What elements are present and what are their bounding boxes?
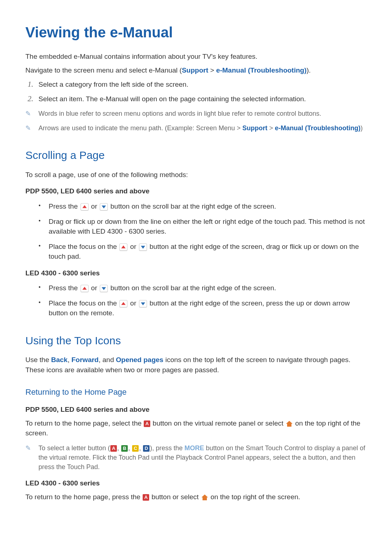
series-label-pdp5500: PDP 5500, LED 6400 series and above xyxy=(25,186,367,196)
up-arrow-icon[interactable] xyxy=(81,285,89,292)
text-fragment: or xyxy=(89,202,99,210)
link-support[interactable]: Support xyxy=(242,124,268,132)
series-label-pdp5500: PDP 5500, LED 6400 series and above xyxy=(25,405,367,415)
note-text: Words in blue refer to screen menu optio… xyxy=(38,110,321,117)
section-topicons-heading: Using the Top Icons xyxy=(25,333,367,349)
text-fragment: To return to the home page, select the xyxy=(25,419,143,427)
text-fragment: Press the xyxy=(49,284,80,292)
a-letter-button-icon[interactable]: A xyxy=(144,420,150,427)
text-fragment: button on the scroll bar at the right ed… xyxy=(109,284,276,292)
up-arrow-icon[interactable] xyxy=(119,243,127,251)
text-fragment: Place the focus on the xyxy=(49,243,119,250)
nav-sep: > xyxy=(268,124,275,132)
step-number: 1. xyxy=(28,79,33,90)
text-fragment: , and xyxy=(99,356,116,364)
down-arrow-icon[interactable] xyxy=(100,285,108,292)
nav-sep: > xyxy=(208,66,216,74)
b-letter-button-icon[interactable]: B xyxy=(121,445,128,452)
text-fragment: button or select xyxy=(150,493,200,501)
step-2: 2. Select an item. The e-Manual will ope… xyxy=(25,94,367,104)
home-instruction-1: To return to the home page, select the A… xyxy=(25,418,367,438)
note-item: ✎ Arrows are used to indicate the menu p… xyxy=(25,123,367,133)
intro-nav-prefix: Navigate to the screen menu and select e… xyxy=(25,66,182,74)
text-fragment: Press the xyxy=(49,202,80,210)
section-scrolling-heading: Scrolling a Page xyxy=(25,147,367,163)
list-item: Drag or flick up or down from the line o… xyxy=(36,217,367,237)
intro-text-1: The embedded e-Manual contains informati… xyxy=(25,52,367,62)
home-icon[interactable] xyxy=(201,495,208,500)
down-arrow-icon[interactable] xyxy=(100,203,108,210)
home-icon[interactable] xyxy=(286,421,293,427)
down-arrow-icon[interactable] xyxy=(139,300,147,307)
topicons-text: Use the Back, Forward, and Opened pages … xyxy=(25,355,367,375)
up-arrow-icon[interactable] xyxy=(81,203,89,210)
link-emanual-troubleshooting[interactable]: e-Manual (Troubleshooting) xyxy=(216,66,306,74)
text-fragment: To select a letter button ( xyxy=(38,444,110,452)
scrolling-intro: To scroll a page, use of one of the foll… xyxy=(25,170,367,180)
link-back[interactable]: Back xyxy=(51,356,68,364)
more-button-label: MORE xyxy=(184,444,204,452)
link-forward[interactable]: Forward xyxy=(72,356,99,364)
step-text: Select an item. The e-Manual will open o… xyxy=(38,95,306,103)
home-instruction-2: To return to the home page, press the A … xyxy=(25,492,367,502)
subsection-home-heading: Returning to the Home Page xyxy=(25,386,367,398)
link-opened-pages[interactable]: Opened pages xyxy=(116,356,163,364)
series-label-led4300: LED 4300 - 6300 series xyxy=(25,478,367,488)
text-fragment: Drag or flick up or down from the line o… xyxy=(49,218,365,235)
text-fragment: Use the xyxy=(25,356,51,364)
intro-nav-suffix: ). xyxy=(307,66,311,74)
up-arrow-icon[interactable] xyxy=(119,300,127,307)
text-fragment: , xyxy=(139,444,143,452)
list-item: Press the or button on the scroll bar at… xyxy=(36,283,367,293)
link-emanual-troubleshooting[interactable]: e-Manual (Troubleshooting) xyxy=(275,124,360,132)
pencil-icon: ✎ xyxy=(25,443,31,453)
text-fragment: , xyxy=(68,356,72,364)
intro-text-2: Navigate to the screen menu and select e… xyxy=(25,65,367,75)
note-text-prefix: Arrows are used to indicate the menu pat… xyxy=(38,124,242,132)
pencil-icon: ✎ xyxy=(25,109,31,118)
page-title: Viewing the e-Manual xyxy=(25,22,367,43)
text-fragment: Place the focus on the xyxy=(49,299,119,307)
list-item: Place the focus on the or button at the … xyxy=(36,298,367,318)
a-letter-button-icon[interactable]: A xyxy=(110,445,117,452)
step-1: 1. Select a category from the left side … xyxy=(25,79,367,90)
series-label-led4300: LED 4300 - 6300 series xyxy=(25,268,367,278)
pencil-icon: ✎ xyxy=(25,123,31,133)
step-number: 2. xyxy=(28,93,33,104)
text-fragment: button on the scroll bar at the right ed… xyxy=(109,202,276,210)
list-item: Place the focus on the or button at the … xyxy=(36,242,367,262)
c-letter-button-icon[interactable]: C xyxy=(132,445,139,452)
list-item: Press the or button on the scroll bar at… xyxy=(36,201,367,212)
text-fragment: or xyxy=(128,243,138,250)
note-item: ✎ To select a letter button (A, B, C, D)… xyxy=(25,443,367,472)
text-fragment: ), press the xyxy=(150,444,184,452)
down-arrow-icon[interactable] xyxy=(139,243,147,251)
note-text-suffix: ) xyxy=(360,124,363,132)
text-fragment: , xyxy=(128,444,132,452)
link-support[interactable]: Support xyxy=(182,66,208,74)
text-fragment: or xyxy=(128,299,138,307)
text-fragment: or xyxy=(89,284,99,292)
a-letter-button-icon[interactable]: A xyxy=(143,494,149,501)
text-fragment: , xyxy=(117,444,121,452)
text-fragment: To return to the home page, press the xyxy=(25,493,142,501)
text-fragment: button on the virtual remote panel or se… xyxy=(151,419,285,427)
d-letter-button-icon[interactable]: D xyxy=(143,445,150,452)
note-item: ✎ Words in blue refer to screen menu opt… xyxy=(25,109,367,118)
text-fragment: on the top right of the screen. xyxy=(209,493,300,501)
step-text: Select a category from the left side of … xyxy=(38,81,188,88)
